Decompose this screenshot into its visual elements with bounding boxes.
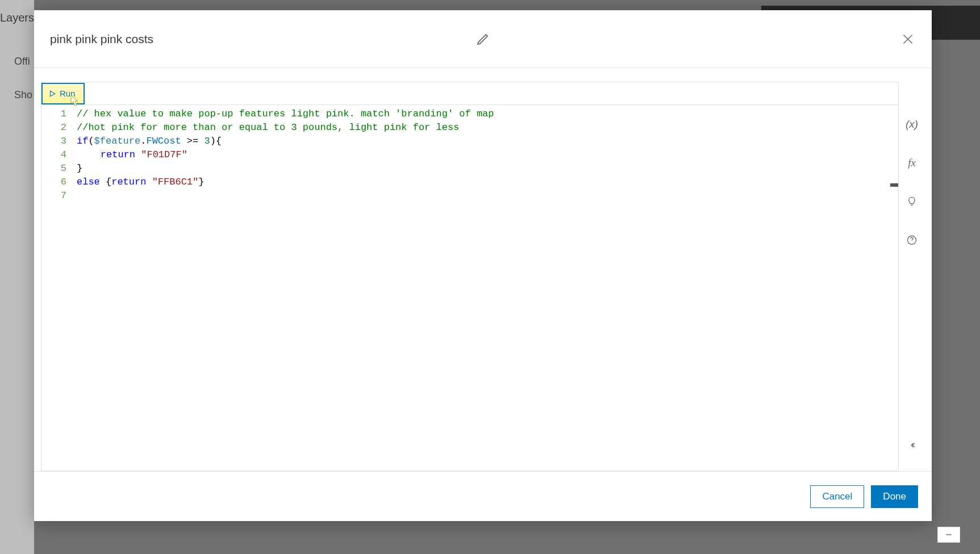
modal-header: pink pink pink costs bbox=[34, 10, 932, 68]
close-button[interactable] bbox=[896, 28, 919, 51]
collapse-panel-button[interactable]: ‹‹ bbox=[902, 435, 921, 454]
suggestions-button[interactable] bbox=[902, 192, 921, 211]
code-editor[interactable]: Run 1234567 // hex value to make pop-up … bbox=[41, 82, 899, 471]
code-area[interactable]: 1234567 // hex value to make pop-up feat… bbox=[41, 105, 898, 471]
minus-icon bbox=[944, 530, 953, 539]
functions-button[interactable]: fx bbox=[902, 153, 921, 173]
line-gutter: 1234567 bbox=[41, 107, 77, 471]
expression-modal: pink pink pink costs Run 12 bbox=[34, 10, 932, 521]
code-lines[interactable]: // hex value to make pop-up features lig… bbox=[77, 107, 898, 471]
expression-title: pink pink pink costs bbox=[50, 32, 153, 46]
modal-footer: Cancel Done bbox=[34, 471, 932, 521]
help-button[interactable] bbox=[902, 230, 921, 250]
lightbulb-icon bbox=[907, 196, 917, 207]
close-icon bbox=[900, 32, 915, 47]
run-label: Run bbox=[60, 89, 76, 98]
modal-body: Run 1234567 // hex value to make pop-up … bbox=[34, 68, 932, 471]
side-toolbar: (x) fx ‹‹ bbox=[899, 82, 925, 471]
editor-toolbar: Run bbox=[41, 82, 898, 105]
cancel-button[interactable]: Cancel bbox=[810, 485, 864, 508]
edit-title-button[interactable] bbox=[474, 30, 492, 48]
help-icon bbox=[906, 234, 918, 246]
pencil-icon bbox=[476, 32, 490, 46]
play-icon bbox=[48, 90, 56, 98]
zoom-out-button[interactable] bbox=[937, 527, 960, 543]
variables-button[interactable]: (x) bbox=[902, 115, 921, 134]
minimap-marker bbox=[890, 183, 898, 187]
done-button[interactable]: Done bbox=[871, 485, 918, 508]
run-button[interactable]: Run bbox=[41, 83, 85, 104]
